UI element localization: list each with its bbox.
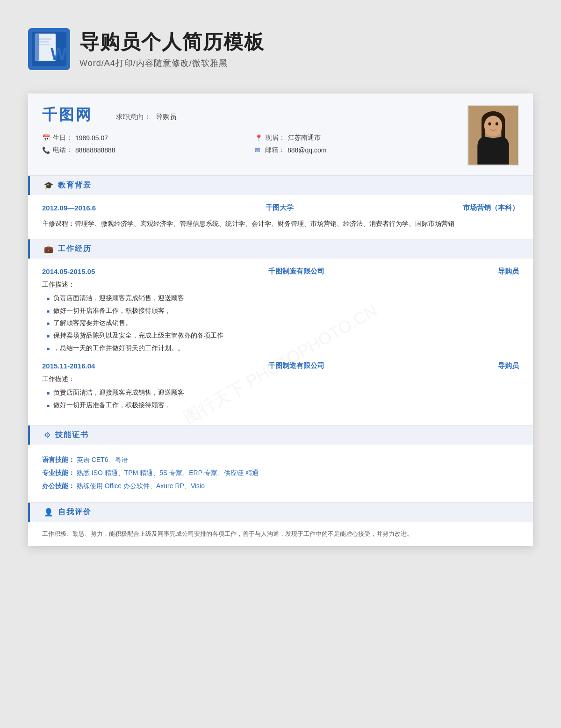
courses-value: 管理学、微观经济学、宏观经济学、管理信息系统、统计学、会计学、财务管理、市场营销…	[75, 220, 454, 227]
phone-label: 电话：	[53, 146, 72, 154]
word-icon: W	[28, 28, 70, 70]
list-item: ■，总结一天的工作并做好明天的工作计划。。	[47, 342, 519, 354]
work-icon: 💼	[44, 245, 53, 253]
office-value: 熟练使用 Office 办公软件、Axure RP、Visio	[77, 482, 205, 490]
work-date-2: 2015.11-2016.04	[42, 362, 95, 370]
work-block-2: 2015.11-2016.04 千图制造有限公司 导购员 工作描述： ■负责店面…	[42, 361, 519, 411]
edu-school: 千图大学	[266, 203, 294, 212]
list-item: ■做好一切开店准备工作，积极接待顾客，	[47, 304, 519, 317]
page-subtitle: Word/A4打印/内容随意修改/微软雅黑	[79, 58, 265, 69]
edu-row: 2012.09—2016.6 千图大学 市场营销（本科）	[42, 203, 519, 212]
list-item: ■负责店面清洁，迎接顾客完成销售，迎送顾客	[47, 292, 519, 304]
work-title: 工作经历	[58, 244, 92, 254]
location-icon: 📍	[255, 134, 263, 142]
bullet-icon: ■	[47, 389, 50, 397]
work-position-2: 导购员	[498, 361, 519, 370]
list-item: ■负责店面清洁，迎接顾客完成销售，迎送顾客	[47, 386, 519, 399]
work-row-1: 2014.05-2015.05 千图制造有限公司 导购员	[42, 267, 519, 276]
self-eval-section: 👤 自我评价 工作积极、勤恳、努力，能积极配合上级及同事完成公司安排的各项工作，…	[28, 502, 533, 546]
edu-degree: 市场营销（本科）	[463, 203, 519, 212]
email-label: 邮箱：	[265, 146, 285, 154]
work-body: 2014.05-2015.05 千图制造有限公司 导购员 工作描述： ■负责店面…	[28, 259, 533, 425]
language-value: 英语 CET6、粤语	[77, 456, 128, 463]
birthday-label: 生日：	[53, 134, 72, 142]
courses-label: 主修课程：	[42, 220, 75, 227]
skills-body: 语言技能： 英语 CET6、粤语 专业技能： 熟悉 ISO 精通、TPM 精通、…	[28, 445, 533, 502]
self-eval-icon: 👤	[44, 508, 53, 517]
phone-icon: 📞	[42, 146, 50, 154]
work-header: 💼 工作经历	[28, 239, 533, 259]
name-row: 千图网 求职意向： 导购员	[42, 105, 458, 129]
self-eval-header: 👤 自我评价	[28, 503, 533, 522]
info-grid: 📅 生日： 1989.05.07 📍 现居： 江苏南通市 📞 电话： 88888…	[42, 134, 458, 154]
skills-title: 技能证书	[55, 430, 89, 440]
job-intention-label: 求职意向：	[116, 113, 151, 122]
svg-point-14	[484, 116, 503, 136]
work-company-1: 千图制造有限公司	[268, 267, 324, 276]
job-intention-value: 导购员	[156, 113, 177, 122]
photo-placeholder	[468, 106, 518, 165]
self-eval-content: 工作积极、勤恳、努力，能积极配合上级及同事完成公司安排的各项工作，善于与人沟通，…	[28, 522, 533, 546]
work-desc-label-1: 工作描述：	[42, 281, 519, 289]
education-header: 🎓 教育背景	[28, 176, 533, 195]
work-position-1: 导购员	[498, 267, 519, 276]
title-text-block: 导购员个人简历模板 Word/A4打印/内容随意修改/微软雅黑	[79, 28, 265, 69]
professional-value: 熟悉 ISO 精通、TPM 精通、5S 专家、ERP 专家、供应链 精通	[77, 469, 259, 476]
svg-text:W: W	[50, 44, 66, 64]
office-label: 办公技能：	[42, 482, 75, 490]
photo-box	[468, 105, 519, 166]
work-row-2: 2015.11-2016.04 千图制造有限公司 导购员	[42, 361, 519, 370]
education-icon: 🎓	[44, 181, 53, 190]
location-label: 现居：	[266, 134, 285, 142]
education-title: 教育背景	[58, 180, 92, 190]
bullet-icon: ■	[47, 307, 50, 316]
job-intention: 求职意向： 导购员	[116, 113, 177, 122]
bullet-icon: ■	[47, 332, 50, 340]
title-section: W 导购员个人简历模板 Word/A4打印/内容随意修改/微软雅黑	[28, 19, 533, 79]
email-icon: ✉	[255, 146, 262, 154]
svg-rect-6	[37, 44, 50, 45]
birthday-icon: 📅	[42, 134, 50, 142]
birthday-item: 📅 生日： 1989.05.07	[42, 134, 245, 142]
svg-point-15	[488, 123, 491, 126]
birthday-value: 1989.05.07	[75, 134, 108, 142]
svg-rect-8	[35, 34, 39, 61]
list-item: ■保持卖场货品陈列以及安全，完成上级主管教办的各项工作	[47, 329, 519, 342]
professional-label: 专业技能：	[42, 469, 75, 476]
self-eval-title: 自我评价	[58, 507, 92, 517]
bullet-icon: ■	[47, 401, 50, 410]
bullet-icon: ■	[47, 294, 50, 303]
location-item: 📍 现居： 江苏南通市	[255, 134, 458, 142]
work-date-1: 2014.05-2015.05	[42, 267, 95, 275]
email-value: 888@qq.com	[288, 146, 326, 154]
work-company-2: 千图制造有限公司	[268, 361, 324, 370]
skill-professional-row: 专业技能： 熟悉 ISO 精通、TPM 精通、5S 专家、ERP 专家、供应链 …	[42, 466, 519, 479]
svg-rect-5	[37, 41, 49, 43]
skills-icon: ⚙	[44, 431, 50, 440]
work-block-1: 2014.05-2015.05 千图制造有限公司 导购员 工作描述： ■负责店面…	[42, 267, 519, 354]
page-title: 导购员个人简历模板	[79, 30, 265, 54]
language-label: 语言技能：	[42, 456, 75, 463]
work-desc-label-2: 工作描述：	[42, 375, 519, 383]
person-name: 千图网	[42, 105, 93, 125]
phone-item: 📞 电话： 88888888888	[42, 146, 245, 154]
list-item: ■了解顾客需要并达成销售。	[47, 317, 519, 329]
resume-card: 千图网 求职意向： 导购员 📅 生日： 1989.05.07 📍 现居：	[28, 94, 533, 546]
work-list-1: ■负责店面清洁，迎接顾客完成销售，迎送顾客 ■做好一切开店准备工作，积极接待顾客…	[42, 292, 519, 354]
edu-date: 2012.09—2016.6	[42, 204, 96, 212]
location-value: 江苏南通市	[288, 134, 321, 142]
svg-rect-4	[37, 38, 51, 40]
skill-office-row: 办公技能： 熟练使用 Office 办公软件、Axure RP、Visio	[42, 479, 519, 492]
svg-point-16	[496, 123, 498, 126]
email-item: ✉ 邮箱： 888@qq.com	[255, 146, 458, 154]
skill-language-row: 语言技能： 英语 CET6、粤语	[42, 453, 519, 466]
bullet-icon: ■	[47, 319, 50, 328]
list-item: ■做好一切开店准备工作，积极接待顾客，	[47, 399, 519, 411]
edu-courses: 主修课程：管理学、微观经济学、宏观经济学、管理信息系统、统计学、会计学、财务管理…	[42, 218, 519, 230]
work-list-2: ■负责店面清洁，迎接顾客完成销售，迎送顾客 ■做好一切开店准备工作，积极接待顾客…	[42, 386, 519, 411]
education-body: 2012.09—2016.6 千图大学 市场营销（本科） 主修课程：管理学、微观…	[28, 195, 533, 239]
skills-header: ⚙ 技能证书	[28, 425, 533, 445]
bullet-icon: ■	[47, 344, 50, 353]
phone-value: 88888888888	[75, 146, 115, 154]
personal-left: 千图网 求职意向： 导购员 📅 生日： 1989.05.07 📍 现居：	[42, 105, 458, 154]
